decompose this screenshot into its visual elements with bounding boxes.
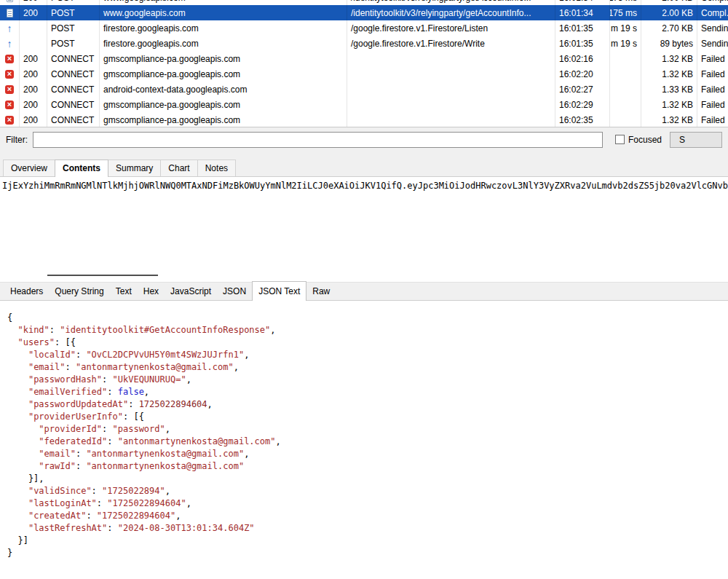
session-cell-icon: × xyxy=(0,97,20,112)
session-cell-status: 200 xyxy=(20,51,47,66)
session-cell-method: CONNECT xyxy=(47,51,100,66)
session-cell-size: 2.00 KB xyxy=(641,0,697,5)
session-cell-time: 16:01:35 xyxy=(555,20,610,36)
session-cell-status xyxy=(20,36,47,51)
session-cell-status: 200 xyxy=(20,0,47,5)
session-cell-method: POST xyxy=(47,36,100,51)
session-cell-icon: ↑ xyxy=(0,20,20,36)
tab-chart[interactable]: Chart xyxy=(160,159,197,176)
filter-input[interactable] xyxy=(33,132,603,148)
session-cell-time: 16:01:35 xyxy=(555,36,610,51)
session-row[interactable]: 200POSTwww.googleapis.com/identitytoolki… xyxy=(0,0,728,5)
json-pane: { "kind": "identitytoolkit#GetAccountInf… xyxy=(0,301,728,579)
session-cell-size: 1.32 KB xyxy=(641,51,697,66)
session-cell-method: CONNECT xyxy=(47,112,100,127)
session-cell-size: 89 bytes xyxy=(641,36,697,51)
session-cell-status: 200 xyxy=(20,112,47,127)
session-row[interactable]: 200POSTwww.googleapis.com/identitytoolki… xyxy=(0,5,728,20)
tab-contents[interactable]: Contents xyxy=(55,159,108,177)
session-cell-method: POST xyxy=(47,5,100,20)
session-cell-icon: × xyxy=(0,66,20,82)
tab-notes[interactable]: Notes xyxy=(197,159,236,176)
session-cell-path: /identitytoolkit/v3/relyingparty/getAcco… xyxy=(347,0,555,5)
session-cell-state: Failed xyxy=(697,82,728,97)
error-icon: × xyxy=(5,55,14,63)
focused-checkbox[interactable] xyxy=(615,135,625,144)
request-body-text: IjExYzhiMmRmRmNGMlNTlkMjhjOWRlNWQ0MTAxND… xyxy=(0,177,728,194)
subtab-raw[interactable]: Raw xyxy=(306,284,336,300)
session-row[interactable]: ↑POSTfirestore.googleapis.com/google.fir… xyxy=(0,20,728,36)
session-cell-method: CONNECT xyxy=(47,66,100,82)
session-cell-path xyxy=(347,51,555,66)
session-cell-size: 1.32 KB xyxy=(641,97,697,112)
subtab-javascript[interactable]: JavaScript xyxy=(165,284,217,300)
error-icon: × xyxy=(5,116,14,125)
session-cell-icon: ↑ xyxy=(0,36,20,51)
session-cell-time: 16:01:34 xyxy=(555,5,610,20)
sub-tabs: HeadersQuery StringTextHexJavaScriptJSON… xyxy=(0,282,728,301)
session-cell-size: 2.00 KB xyxy=(641,5,697,20)
session-cell-duration xyxy=(610,51,641,66)
main-tabs: OverviewContentsSummaryChartNotes xyxy=(0,151,728,177)
session-cell-state: Failed xyxy=(697,97,728,112)
session-table: 200POSTwww.googleapis.com/identitytoolki… xyxy=(0,0,728,127)
session-cell-size: 1.32 KB xyxy=(641,66,697,82)
settings-button[interactable]: S xyxy=(670,132,722,148)
subtab-hex[interactable]: Hex xyxy=(138,284,165,300)
session-cell-size: 1.32 KB xyxy=(641,112,697,127)
session-row[interactable]: ×200CONNECTandroid-context-data.googleap… xyxy=(0,82,728,97)
session-cell-status: 200 xyxy=(20,82,47,97)
session-cell-icon: × xyxy=(0,51,20,66)
session-row[interactable]: ×200CONNECTgmscompliance-pa.googleapis.c… xyxy=(0,51,728,66)
session-cell-duration: 1 m 19 s xyxy=(610,36,641,51)
session-cell-duration: 1 m 19 s xyxy=(610,20,641,36)
session-cell-path xyxy=(347,82,555,97)
session-cell-host: firestore.googleapis.com xyxy=(100,20,347,36)
session-cell-path: /identitytoolkit/v3/relyingparty/getAcco… xyxy=(347,5,555,20)
error-icon: × xyxy=(5,101,14,109)
session-cell-method: CONNECT xyxy=(47,97,100,112)
session-row[interactable]: ×200CONNECTgmscompliance-pa.googleapis.c… xyxy=(0,112,728,127)
session-cell-method: POST xyxy=(47,20,100,36)
error-icon: × xyxy=(5,70,14,79)
horizontal-scrollbar-thumb[interactable] xyxy=(47,275,158,276)
session-cell-method: POST xyxy=(47,0,100,5)
tab-overview[interactable]: Overview xyxy=(3,159,55,176)
subtab-headers[interactable]: Headers xyxy=(4,284,49,300)
session-cell-path xyxy=(347,112,555,127)
session-cell-icon xyxy=(0,0,20,5)
session-cell-status: 200 xyxy=(20,66,47,82)
subtab-json[interactable]: JSON xyxy=(217,284,252,300)
session-cell-path xyxy=(347,97,555,112)
session-cell-time: 16:02:29 xyxy=(555,97,610,112)
tab-summary[interactable]: Summary xyxy=(108,159,161,176)
filter-label: Filter: xyxy=(6,135,28,145)
session-cell-host: gmscompliance-pa.googleapis.com xyxy=(100,66,347,82)
document-icon xyxy=(7,9,13,17)
clipped-row-container: 200POSTwww.googleapis.com/identitytoolki… xyxy=(0,0,728,5)
session-cell-duration: 175 ms xyxy=(610,0,641,5)
session-row[interactable]: ×200CONNECTgmscompliance-pa.googleapis.c… xyxy=(0,97,728,112)
session-cell-time: 16:02:20 xyxy=(555,66,610,82)
subtab-text[interactable]: Text xyxy=(110,284,138,300)
session-cell-time: 16:02:16 xyxy=(555,51,610,66)
session-cell-status: 200 xyxy=(20,97,47,112)
subtab-query-string[interactable]: Query String xyxy=(49,284,109,300)
session-cell-path xyxy=(347,66,555,82)
session-cell-host: gmscompliance-pa.googleapis.com xyxy=(100,97,347,112)
session-cell-duration xyxy=(610,97,641,112)
session-cell-host: firestore.googleapis.com xyxy=(100,36,347,51)
session-cell-duration xyxy=(610,66,641,82)
error-icon: × xyxy=(5,85,14,94)
session-cell-icon: × xyxy=(0,82,20,97)
focused-toggle[interactable]: Focused xyxy=(615,135,662,145)
focused-label: Focused xyxy=(628,135,662,145)
json-body: { "kind": "identitytoolkit#GetAccountInf… xyxy=(7,312,728,559)
subtab-json-text[interactable]: JSON Text xyxy=(252,281,306,301)
session-cell-state: Compl... xyxy=(697,0,728,5)
session-row[interactable]: ↑POSTfirestore.googleapis.com/google.fir… xyxy=(0,36,728,51)
session-row[interactable]: ×200CONNECTgmscompliance-pa.googleapis.c… xyxy=(0,66,728,82)
session-cell-status xyxy=(20,20,47,36)
session-cell-path: /google.firestore.v1.Firestore/Write xyxy=(347,36,555,51)
session-cell-size: 2.70 KB xyxy=(641,20,697,36)
